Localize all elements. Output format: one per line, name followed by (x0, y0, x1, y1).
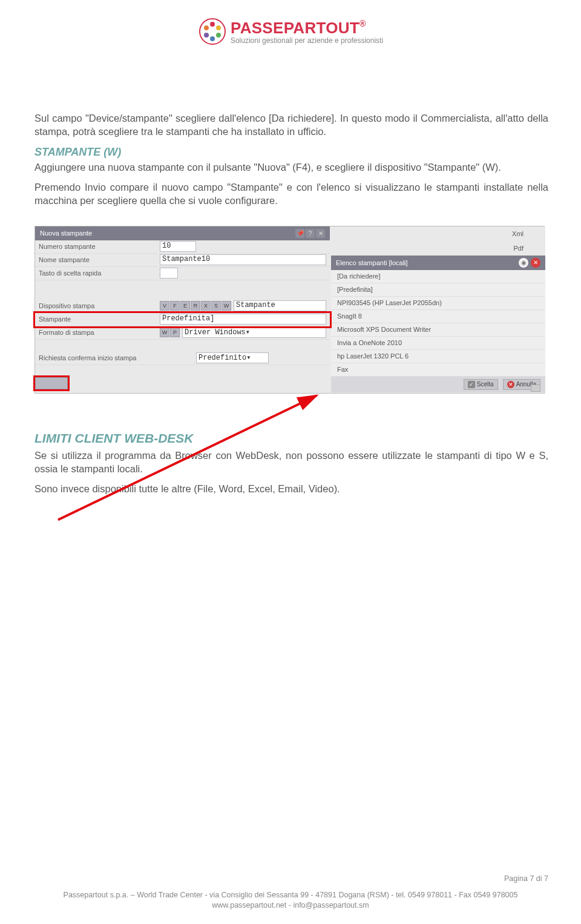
device-btn-w[interactable]: W (222, 301, 231, 311)
logo-area: PASSEPARTOUT® Soluzioni gestionali per a… (198, 17, 383, 46)
device-btn-s[interactable]: S (211, 301, 221, 311)
page-header: PASSEPARTOUT® Soluzioni gestionali per a… (0, 0, 581, 48)
scelta-button[interactable]: ✓Scelta (464, 379, 498, 390)
input-tasto-scelta[interactable] (160, 268, 178, 279)
svg-point-1 (210, 22, 215, 27)
radio-icon[interactable]: ◉ (519, 258, 528, 268)
brand-logo-icon (198, 17, 227, 46)
input-formato[interactable]: Driver Windows▾ (182, 327, 326, 338)
page-number: Pagina 7 di 7 (0, 874, 581, 890)
option-pdf[interactable]: Pdf (331, 241, 545, 256)
label-stampante: Stampante (39, 315, 160, 323)
resize-handle-icon[interactable] (531, 384, 540, 392)
printer-option[interactable]: [Da richiedere] (331, 270, 545, 283)
paragraph: Se si utilizza il programma da Browser c… (34, 449, 548, 476)
printer-option[interactable]: hp LaserJet 1320 PCL 6 (331, 350, 545, 363)
svg-point-2 (216, 25, 221, 30)
paragraph: Sul campo "Device/stampante" scegliere d… (34, 112, 548, 139)
device-btn-v[interactable]: V (160, 301, 169, 311)
formato-buttons: W P (160, 328, 180, 337)
device-btn-x[interactable]: X (201, 301, 211, 311)
printer-form: Nuova stampante 📌 ? ✕ Numero stampante 1… (35, 226, 330, 393)
option-xml[interactable]: Xml (331, 226, 545, 241)
svg-point-6 (204, 25, 209, 30)
brand-tagline: Soluzioni gestionali per aziende e profe… (231, 36, 383, 45)
brand-name: PASSEPARTOUT® (231, 19, 383, 38)
svg-point-5 (204, 33, 209, 38)
paragraph: Sono invece disponibili tutte le altre (… (34, 483, 548, 496)
svg-point-3 (216, 33, 221, 38)
printer-option[interactable]: SnagIt 8 (331, 310, 545, 323)
label-dispositivo: Dispositivo stampa (39, 302, 160, 309)
device-btn-r[interactable]: R (191, 301, 200, 311)
dropdown-header: Elenco stampanti [locali] ◉ ✕ (331, 256, 545, 270)
input-stampante[interactable]: Predefinita] (160, 314, 326, 325)
paragraph: Aggiungere una nuova stampante con il pu… (34, 161, 548, 174)
close-icon[interactable]: ✕ (531, 258, 540, 268)
row-stampante-highlighted: Stampante Predefinita] (35, 313, 330, 326)
printer-option[interactable]: NPI903545 (HP LaserJet P2055dn) (331, 297, 545, 310)
window-title-bar: Nuova stampante 📌 ? ✕ (35, 226, 330, 240)
pin-icon[interactable]: 📌 (295, 229, 304, 238)
device-btn-e[interactable]: E (180, 301, 190, 311)
footer-line-2: www.passepartout.net - info@passepartout… (0, 900, 581, 911)
document-body: Sul campo "Device/stampante" scegliere d… (0, 48, 581, 496)
close-icon[interactable]: ✕ (316, 229, 325, 238)
formato-btn-p[interactable]: P (170, 328, 180, 337)
embedded-screenshot: Nuova stampante 📌 ? ✕ Numero stampante 1… (34, 226, 545, 394)
svg-point-4 (210, 36, 215, 41)
window-title: Nuova stampante (40, 229, 92, 237)
printer-option[interactable]: Microsoft XPS Document Writer (331, 323, 545, 337)
device-btn-f[interactable]: F (170, 301, 180, 311)
formato-btn-w[interactable]: W (160, 328, 169, 337)
label-numero-stampante: Numero stampante (39, 243, 160, 250)
label-nome-stampante: Nome stampante (39, 256, 160, 263)
help-icon[interactable]: ? (306, 229, 315, 238)
heading-stampante-w: STAMPANTE (W) (34, 146, 548, 159)
input-numero-stampante[interactable]: 10 (160, 241, 196, 252)
dropdown-title: Elenco stampanti [locali] (336, 259, 408, 266)
dropdown-footer: ✓Scelta ✕Annulla (331, 377, 545, 392)
label-tasto-scelta: Tasto di scelta rapida (39, 269, 160, 277)
label-richiesta-conferma: Richiesta conferma inizio stampa (39, 354, 196, 361)
paragraph: Premendo Invio compare il nuovo campo "S… (34, 181, 548, 208)
footer-line-1: Passepartout s.p.a. – World Trade Center… (0, 890, 581, 900)
label-formato: Formato di stampa (39, 329, 160, 336)
printer-option[interactable]: [Predefinita] (331, 283, 545, 297)
heading-limiti: LIMITI CLIENT WEB-DESK (34, 431, 548, 446)
printer-option[interactable]: Invia a OneNote 2010 (331, 337, 545, 350)
input-nome-stampante[interactable]: Stampante10 (160, 254, 326, 265)
right-panel: Xml Pdf Elenco stampanti [locali] ◉ ✕ [D… (331, 226, 545, 392)
input-dispositivo[interactable]: Stampante (234, 300, 326, 311)
page-footer: Pagina 7 di 7 Passepartout s.p.a. – Worl… (0, 874, 581, 911)
elenco-button-highlighted[interactable] (35, 377, 68, 389)
printer-option[interactable]: Fax (331, 363, 545, 377)
dispositivo-buttons: V F E R X S W (160, 301, 231, 311)
input-richiesta-conferma[interactable]: Predefinito▾ (196, 352, 269, 363)
